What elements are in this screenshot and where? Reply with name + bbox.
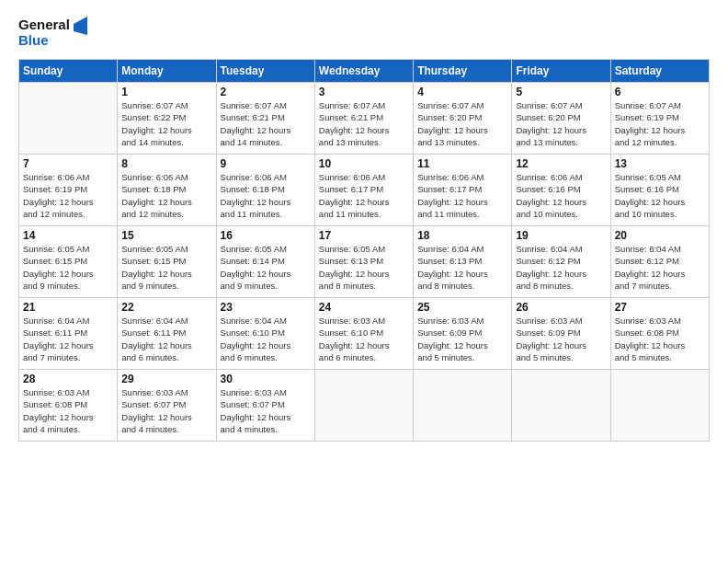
calendar-cell: 22Sunrise: 6:04 AMSunset: 6:11 PMDayligh… <box>118 298 216 370</box>
day-info: Sunrise: 6:04 AMSunset: 6:10 PMDaylight:… <box>221 315 311 363</box>
calendar-cell: 16Sunrise: 6:05 AMSunset: 6:14 PMDayligh… <box>216 226 314 298</box>
day-number: 27 <box>615 301 705 314</box>
col-header-tuesday: Tuesday <box>216 60 314 83</box>
day-info: Sunrise: 6:05 AMSunset: 6:15 PMDaylight:… <box>121 243 211 292</box>
col-header-sunday: Sunday <box>19 60 118 83</box>
day-info: Sunrise: 6:05 AMSunset: 6:16 PMDaylight:… <box>615 171 705 220</box>
day-number: 20 <box>615 229 705 242</box>
day-info: Sunrise: 6:03 AMSunset: 6:07 PMDaylight:… <box>221 386 311 435</box>
day-info: Sunrise: 6:04 AMSunset: 6:12 PMDaylight:… <box>615 243 705 292</box>
calendar-cell: 26Sunrise: 6:03 AMSunset: 6:09 PMDayligh… <box>512 298 610 370</box>
day-number: 14 <box>23 229 113 242</box>
calendar-cell: 14Sunrise: 6:05 AMSunset: 6:15 PMDayligh… <box>19 226 118 298</box>
day-number: 1 <box>121 86 211 98</box>
svg-marker-2 <box>74 17 87 35</box>
day-info: Sunrise: 6:05 AMSunset: 6:14 PMDaylight:… <box>221 243 311 292</box>
day-number: 23 <box>221 301 311 314</box>
calendar-cell: 9Sunrise: 6:06 AMSunset: 6:18 PMDaylight… <box>216 155 314 226</box>
calendar-cell: 5Sunrise: 6:07 AMSunset: 6:20 PMDaylight… <box>512 83 610 155</box>
day-number: 7 <box>23 157 113 170</box>
calendar-cell: 12Sunrise: 6:06 AMSunset: 6:16 PMDayligh… <box>512 155 610 226</box>
calendar-cell <box>512 370 610 442</box>
svg-text:Blue: Blue <box>18 32 49 48</box>
day-number: 10 <box>319 157 409 170</box>
day-info: Sunrise: 6:04 AMSunset: 6:13 PMDaylight:… <box>417 243 507 292</box>
day-number: 3 <box>319 86 409 98</box>
calendar-cell: 27Sunrise: 6:03 AMSunset: 6:08 PMDayligh… <box>610 298 709 370</box>
day-number: 12 <box>516 157 606 170</box>
day-number: 5 <box>516 86 606 98</box>
day-number: 9 <box>221 157 311 170</box>
svg-text:General: General <box>18 17 70 32</box>
calendar-cell: 17Sunrise: 6:05 AMSunset: 6:13 PMDayligh… <box>314 226 413 298</box>
calendar-cell: 28Sunrise: 6:03 AMSunset: 6:08 PMDayligh… <box>19 370 118 442</box>
day-info: Sunrise: 6:03 AMSunset: 6:10 PMDaylight:… <box>319 315 409 363</box>
day-info: Sunrise: 6:06 AMSunset: 6:17 PMDaylight:… <box>319 171 409 220</box>
calendar-week-2: 7Sunrise: 6:06 AMSunset: 6:19 PMDaylight… <box>19 155 710 226</box>
day-number: 15 <box>121 229 211 242</box>
calendar-cell: 25Sunrise: 6:03 AMSunset: 6:09 PMDayligh… <box>414 298 512 370</box>
day-info: Sunrise: 6:04 AMSunset: 6:11 PMDaylight:… <box>23 315 113 363</box>
calendar-cell: 18Sunrise: 6:04 AMSunset: 6:13 PMDayligh… <box>414 226 512 298</box>
day-number: 8 <box>121 157 211 170</box>
day-info: Sunrise: 6:07 AMSunset: 6:22 PMDaylight:… <box>121 99 211 148</box>
day-info: Sunrise: 6:06 AMSunset: 6:18 PMDaylight:… <box>221 171 311 220</box>
calendar-cell: 1Sunrise: 6:07 AMSunset: 6:22 PMDaylight… <box>118 83 216 155</box>
calendar-cell: 29Sunrise: 6:03 AMSunset: 6:07 PMDayligh… <box>118 370 216 442</box>
day-info: Sunrise: 6:04 AMSunset: 6:12 PMDaylight:… <box>516 243 606 292</box>
calendar-cell: 7Sunrise: 6:06 AMSunset: 6:19 PMDaylight… <box>19 155 118 226</box>
day-info: Sunrise: 6:07 AMSunset: 6:21 PMDaylight:… <box>319 99 409 148</box>
calendar-cell: 15Sunrise: 6:05 AMSunset: 6:15 PMDayligh… <box>118 226 216 298</box>
day-info: Sunrise: 6:06 AMSunset: 6:18 PMDaylight:… <box>121 171 211 220</box>
calendar-table: SundayMondayTuesdayWednesdayThursdayFrid… <box>18 59 710 442</box>
calendar-cell: 8Sunrise: 6:06 AMSunset: 6:18 PMDaylight… <box>118 155 216 226</box>
day-info: Sunrise: 6:05 AMSunset: 6:13 PMDaylight:… <box>319 243 409 292</box>
calendar-cell: 6Sunrise: 6:07 AMSunset: 6:19 PMDaylight… <box>610 83 709 155</box>
calendar-cell: 2Sunrise: 6:07 AMSunset: 6:21 PMDaylight… <box>216 83 314 155</box>
day-number: 16 <box>221 229 311 242</box>
day-number: 2 <box>221 86 311 98</box>
day-info: Sunrise: 6:06 AMSunset: 6:19 PMDaylight:… <box>23 171 113 220</box>
day-number: 24 <box>319 301 409 314</box>
day-info: Sunrise: 6:05 AMSunset: 6:15 PMDaylight:… <box>23 243 113 292</box>
day-number: 18 <box>417 229 507 242</box>
calendar-week-5: 28Sunrise: 6:03 AMSunset: 6:08 PMDayligh… <box>19 370 710 442</box>
calendar-cell <box>610 370 709 442</box>
calendar-cell: 24Sunrise: 6:03 AMSunset: 6:10 PMDayligh… <box>314 298 413 370</box>
calendar-week-4: 21Sunrise: 6:04 AMSunset: 6:11 PMDayligh… <box>19 298 710 370</box>
calendar-cell: 20Sunrise: 6:04 AMSunset: 6:12 PMDayligh… <box>610 226 709 298</box>
calendar-cell: 19Sunrise: 6:04 AMSunset: 6:12 PMDayligh… <box>512 226 610 298</box>
day-number: 21 <box>23 301 113 314</box>
day-info: Sunrise: 6:03 AMSunset: 6:09 PMDaylight:… <box>417 315 507 363</box>
calendar-cell: 10Sunrise: 6:06 AMSunset: 6:17 PMDayligh… <box>314 155 413 226</box>
day-number: 13 <box>615 157 705 170</box>
calendar-cell: 13Sunrise: 6:05 AMSunset: 6:16 PMDayligh… <box>610 155 709 226</box>
day-number: 28 <box>23 373 113 385</box>
day-number: 6 <box>615 86 705 98</box>
day-info: Sunrise: 6:04 AMSunset: 6:11 PMDaylight:… <box>121 315 211 363</box>
day-info: Sunrise: 6:03 AMSunset: 6:09 PMDaylight:… <box>516 315 606 363</box>
calendar-header-row: SundayMondayTuesdayWednesdayThursdayFrid… <box>19 60 710 83</box>
calendar-week-1: 1Sunrise: 6:07 AMSunset: 6:22 PMDaylight… <box>19 83 710 155</box>
calendar-cell: 11Sunrise: 6:06 AMSunset: 6:17 PMDayligh… <box>414 155 512 226</box>
day-number: 17 <box>319 229 409 242</box>
day-number: 19 <box>516 229 606 242</box>
calendar-cell: 4Sunrise: 6:07 AMSunset: 6:20 PMDaylight… <box>414 83 512 155</box>
calendar-cell <box>414 370 512 442</box>
day-number: 30 <box>221 373 311 385</box>
day-info: Sunrise: 6:07 AMSunset: 6:19 PMDaylight:… <box>615 99 705 148</box>
logo-icon: GeneralBlue <box>18 15 92 50</box>
col-header-thursday: Thursday <box>414 60 512 83</box>
logo: GeneralBlue <box>18 15 92 50</box>
day-number: 22 <box>121 301 211 314</box>
calendar-cell: 3Sunrise: 6:07 AMSunset: 6:21 PMDaylight… <box>314 83 413 155</box>
day-info: Sunrise: 6:06 AMSunset: 6:16 PMDaylight:… <box>516 171 606 220</box>
day-number: 25 <box>417 301 507 314</box>
calendar-cell <box>19 83 118 155</box>
day-number: 26 <box>516 301 606 314</box>
day-info: Sunrise: 6:03 AMSunset: 6:08 PMDaylight:… <box>23 386 113 435</box>
day-info: Sunrise: 6:07 AMSunset: 6:20 PMDaylight:… <box>417 99 507 148</box>
day-info: Sunrise: 6:03 AMSunset: 6:07 PMDaylight:… <box>121 386 211 435</box>
col-header-friday: Friday <box>512 60 610 83</box>
day-info: Sunrise: 6:03 AMSunset: 6:08 PMDaylight:… <box>615 315 705 363</box>
